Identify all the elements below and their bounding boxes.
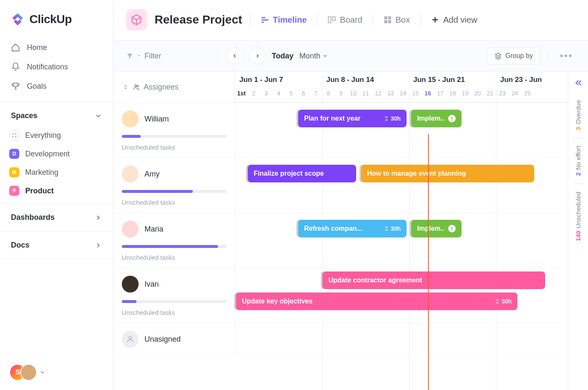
task-bar[interactable]: Plan for next year30h (298, 110, 407, 127)
group-by-button[interactable]: Group by (487, 47, 540, 64)
day-label: 7 (310, 90, 323, 97)
task-label: Update contractor agreement (328, 277, 422, 284)
sort-icon (122, 83, 129, 91)
logo-icon (10, 12, 25, 27)
assignee-avatar (122, 166, 139, 182)
unscheduled-label[interactable]: Unscheduled tasks (122, 254, 226, 261)
view-box[interactable]: Box (381, 13, 412, 26)
task-bar[interactable]: Update key objectives30h (236, 292, 517, 310)
nav-notifications[interactable]: Notifications (0, 57, 113, 76)
range-selector[interactable]: Month (299, 52, 328, 61)
day-label: 15 (409, 90, 422, 97)
collapse-rail-button[interactable] (574, 78, 583, 89)
rail-count: 3 (575, 127, 582, 130)
people-icon (133, 83, 140, 91)
space-everything[interactable]: Everything (0, 126, 113, 145)
prev-button[interactable] (226, 47, 243, 64)
view-timeline[interactable]: Timeline (258, 13, 310, 26)
chevron-down-icon (322, 53, 328, 59)
next-button[interactable] (249, 47, 266, 64)
svg-rect-7 (328, 17, 331, 23)
range-label: Month (299, 52, 320, 61)
day-label: 3 (260, 90, 273, 97)
space-marketing[interactable]: M Marketing (0, 163, 113, 182)
logo[interactable]: ClickUp (0, 0, 113, 35)
nav-goals[interactable]: Goals (0, 76, 113, 96)
header: Release Project Timeline Board Box Add v… (113, 0, 588, 41)
view-board[interactable]: Board (325, 13, 365, 26)
filter-button[interactable]: Filter (126, 52, 161, 61)
rail-item[interactable]: Overdue3 (572, 92, 584, 138)
svg-point-1 (15, 133, 17, 135)
day-label: 5 (285, 90, 297, 97)
space-product[interactable]: P Product (0, 182, 113, 200)
day-label: 8 (322, 90, 335, 97)
space-development[interactable]: D Development (0, 145, 113, 163)
box-icon (383, 15, 392, 24)
space-badge: D (9, 149, 19, 159)
nav-label: Goals (27, 82, 47, 91)
task-bar[interactable]: Implem..! (411, 110, 462, 127)
filter-label: Filter (144, 52, 161, 61)
day-label: 18 (446, 90, 459, 97)
unscheduled-label[interactable]: Unscheduled tasks (122, 144, 226, 151)
week-label: Jun 8 - Jun 14 (326, 76, 374, 84)
layers-icon (494, 52, 502, 60)
day-label: 13 (384, 90, 397, 97)
dashboards-section[interactable]: Dashboards (0, 207, 113, 228)
spaces-header[interactable]: Spaces (0, 105, 113, 126)
day-label: 23 (496, 90, 509, 97)
user-menu[interactable]: S (9, 364, 45, 381)
day-label: 4 (273, 90, 285, 97)
day-label: 9 (335, 90, 347, 97)
filter-icon (126, 52, 134, 60)
grid-line (409, 71, 410, 103)
day-label: 19 (459, 90, 472, 97)
warning-icon: ! (448, 115, 456, 122)
task-duration: 30h (384, 115, 401, 122)
task-bar[interactable]: Implem..! (411, 220, 462, 237)
assignee-avatar (122, 276, 139, 292)
assignee-name: Unasigned (144, 335, 181, 344)
assignees-header[interactable]: Assignees (113, 71, 235, 103)
task-label: Implem.. (417, 115, 444, 122)
assignee-row: AmyUnscheduled tasksFinalize project sco… (113, 158, 568, 213)
hourglass-icon (495, 299, 500, 304)
day-label: 17 (434, 90, 447, 97)
unscheduled-label[interactable]: Unscheduled tasks (122, 199, 226, 206)
unscheduled-label[interactable]: Unscheduled tasks (122, 309, 226, 316)
rail-item[interactable]: Unscheduled140 (572, 184, 584, 249)
plus-icon (430, 15, 440, 24)
task-bar[interactable]: Finalize project scope (248, 165, 356, 182)
week-label: Jun 1 - Jun 7 (239, 76, 283, 84)
today-button[interactable]: Today (272, 52, 294, 61)
board-icon (327, 15, 336, 24)
section-label: Docs (11, 241, 29, 250)
day-label: 20 (471, 90, 484, 97)
task-bar[interactable]: How to manage event planning (361, 165, 534, 182)
week-label: Jun 23 - Jun (500, 76, 542, 84)
chevron-double-left-icon (574, 78, 583, 87)
rail-item[interactable]: No effort2 (572, 138, 584, 184)
add-view-button[interactable]: Add view (428, 13, 480, 26)
project-title: Release Project (155, 13, 242, 26)
toolbar: Filter Today Month Group by ••• (113, 41, 588, 71)
assignee-row: MariaUnscheduled tasksRefresh compan...3… (113, 213, 568, 268)
rail-label: Unscheduled (575, 192, 582, 229)
progress-bar (122, 190, 226, 193)
more-button[interactable]: ••• (557, 50, 575, 62)
svg-rect-4 (261, 17, 265, 18)
task-label: Implem.. (417, 225, 444, 232)
add-view-label: Add view (443, 15, 477, 25)
task-bar[interactable]: Refresh compan...30h (298, 220, 407, 237)
space-label: Marketing (25, 168, 58, 177)
docs-section[interactable]: Docs (0, 235, 113, 256)
task-label: Finalize project scope (254, 170, 324, 177)
chevron-right-icon (94, 214, 102, 221)
nav-home[interactable]: Home (0, 38, 113, 57)
task-bar[interactable]: Update contractor agreement (323, 271, 545, 289)
task-label: How to manage event planning (367, 170, 466, 177)
chevron-down-icon (94, 112, 102, 120)
rail-count: 140 (575, 231, 582, 241)
day-label: 16 (422, 90, 434, 97)
